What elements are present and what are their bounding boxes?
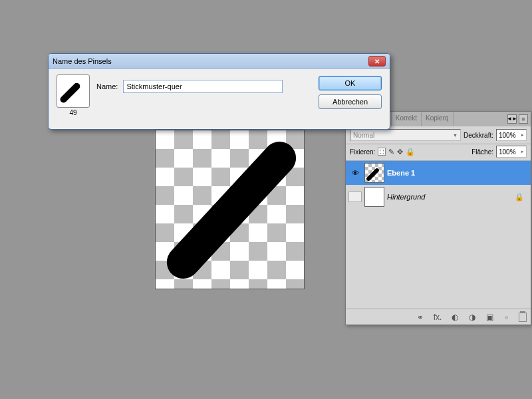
- dialog-titlebar[interactable]: Name des Pinsels ✕: [49, 54, 390, 69]
- adjustment-icon[interactable]: ◑: [467, 313, 477, 322]
- layer-thumbnail[interactable]: [364, 163, 384, 183]
- brush-preview-thumb: [57, 74, 90, 108]
- cancel-button[interactable]: Abbrechen: [319, 94, 382, 109]
- layer-name[interactable]: Ebene 1: [387, 169, 528, 177]
- fill-input[interactable]: 100% ▸: [496, 146, 527, 158]
- layer-row[interactable]: Hintergrund 🔒: [346, 185, 531, 209]
- blend-mode-value: Normal: [353, 132, 374, 139]
- lock-transparency-icon[interactable]: [378, 148, 386, 156]
- brush-preview: 49: [57, 74, 90, 116]
- layer-thumbnail[interactable]: [364, 187, 384, 207]
- name-label: Name:: [96, 82, 118, 90]
- brush-name-dialog: Name des Pinsels ✕ 49 Name: OK Abbrechen: [48, 53, 390, 130]
- new-layer-icon[interactable]: ▫: [501, 313, 512, 322]
- visibility-icon[interactable]: 👁: [348, 169, 362, 177]
- fill-value: 100%: [499, 148, 516, 156]
- close-icon: ✕: [374, 58, 380, 65]
- visibility-toggle[interactable]: [348, 192, 362, 202]
- lock-icon: 🔒: [515, 193, 524, 201]
- close-button[interactable]: ✕: [368, 56, 386, 66]
- panel-menu-button[interactable]: ≡: [519, 114, 528, 124]
- fill-label: Fläche:: [471, 148, 493, 156]
- opacity-label: Deckkraft:: [464, 132, 493, 139]
- brush-size-label: 49: [57, 109, 90, 116]
- chevron-down-icon: ▸: [521, 132, 524, 138]
- link-icon[interactable]: ⚭: [415, 313, 426, 322]
- lock-label: Fixieren:: [350, 148, 375, 156]
- lock-all-icon[interactable]: 🔒: [406, 148, 415, 156]
- panel-menu-toggle[interactable]: ◄►: [507, 114, 517, 124]
- tab-adjustments[interactable]: Korrekt: [392, 112, 422, 126]
- layer-list: 👁 Ebene 1 Hintergrund 🔒: [346, 161, 531, 309]
- group-icon[interactable]: ▣: [484, 313, 495, 322]
- fx-button[interactable]: fx.: [432, 313, 443, 322]
- name-input[interactable]: [123, 80, 283, 93]
- opacity-input[interactable]: 100% ▸: [496, 129, 527, 141]
- mask-icon[interactable]: ◐: [450, 313, 460, 322]
- lock-brush-icon[interactable]: ✎: [388, 148, 394, 156]
- tab-clone[interactable]: Kopierq: [422, 112, 453, 126]
- layer-name[interactable]: Hintergrund: [387, 193, 512, 201]
- opacity-value: 100%: [499, 132, 516, 139]
- lock-move-icon[interactable]: ✥: [397, 148, 403, 156]
- layer-row[interactable]: 👁 Ebene 1: [346, 161, 531, 185]
- document-canvas[interactable]: [155, 130, 305, 289]
- blend-mode-select[interactable]: Normal ▼: [350, 129, 461, 141]
- trash-icon[interactable]: [519, 313, 527, 322]
- chevron-down-icon: ▸: [521, 149, 524, 154]
- menu-icon: ≡: [521, 116, 525, 122]
- chevron-icon: ◄►: [507, 116, 517, 122]
- panel-footer: ⚭ fx. ◐ ◑ ▣ ▫: [346, 309, 531, 325]
- dialog-title: Name des Pinsels: [53, 57, 368, 65]
- chevron-down-icon: ▼: [453, 133, 458, 138]
- ok-button[interactable]: OK: [319, 76, 382, 90]
- layers-panel: nen Pfade Korrekt Kopierq ◄► ≡ Normal ▼ …: [345, 111, 531, 325]
